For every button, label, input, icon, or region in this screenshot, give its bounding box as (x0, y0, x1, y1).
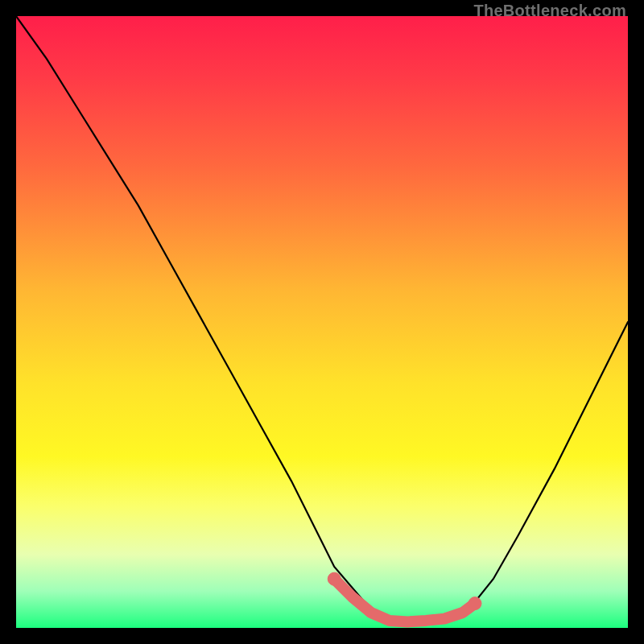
bottleneck-curve (16, 16, 628, 621)
attribution-text: TheBottleneck.com (473, 2, 626, 20)
chart-frame (16, 16, 628, 628)
chart-svg (16, 16, 628, 628)
highlight-markers (328, 572, 481, 621)
highlight-endpoint (328, 572, 341, 585)
highlight-path (334, 579, 475, 621)
highlight-endpoint (469, 597, 481, 610)
plot-area (16, 16, 628, 628)
